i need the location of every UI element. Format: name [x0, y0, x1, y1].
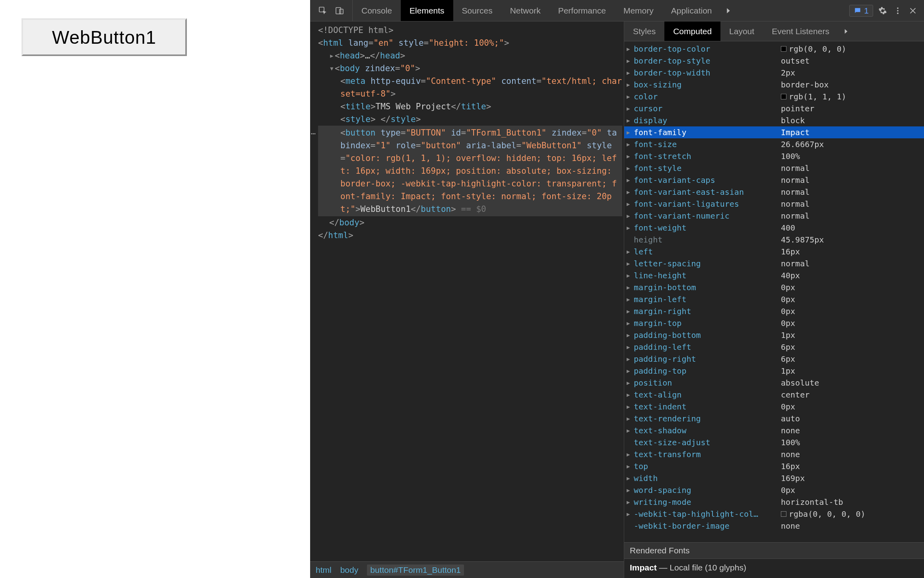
computed-row[interactable]: ▶left16px [624, 246, 924, 258]
computed-row[interactable]: ▶box-sizingborder-box [624, 79, 924, 91]
computed-prop-name: left [634, 246, 781, 258]
side-tab-event-listeners[interactable]: Event Listeners [763, 21, 838, 41]
computed-row[interactable]: ▶top16px [624, 460, 924, 472]
computed-prop-value: 100% [781, 150, 800, 162]
computed-prop-name: word-spacing [634, 484, 781, 496]
computed-row[interactable]: ▶cursorpointer [624, 103, 924, 114]
computed-prop-value: absolute [781, 377, 819, 389]
computed-row[interactable]: ▶text-indent0px [624, 401, 924, 413]
close-devtools-icon[interactable] [907, 5, 918, 16]
computed-row[interactable]: ▶font-stylenormal [624, 162, 924, 174]
computed-row[interactable]: ▶margin-bottom0px [624, 281, 924, 293]
computed-prop-value: 40px [781, 270, 800, 281]
computed-row[interactable]: ▶text-renderingauto [624, 413, 924, 425]
computed-prop-value: Impact [781, 126, 809, 138]
computed-row[interactable]: ▶displayblock [624, 114, 924, 126]
breadcrumb-item[interactable]: html [316, 565, 332, 575]
computed-row[interactable]: ▶height45.9875px [624, 234, 924, 246]
breadcrumb-item[interactable]: button#TForm1_Button1 [367, 564, 464, 576]
computed-row[interactable]: ▶text-aligncenter [624, 389, 924, 401]
inspect-element-icon[interactable] [317, 5, 328, 16]
computed-prop-value: 0px [781, 484, 795, 496]
more-tabs-icon[interactable] [723, 5, 734, 16]
computed-row[interactable]: ▶text-shadownone [624, 425, 924, 436]
computed-prop-value: pointer [781, 103, 814, 114]
computed-prop-value: 100% [781, 436, 800, 448]
computed-row[interactable]: ▶font-variant-numericnormal [624, 210, 924, 222]
computed-prop-value: 1px [781, 365, 795, 377]
tab-elements[interactable]: Elements [401, 0, 453, 21]
side-tab-layout[interactable]: Layout [720, 21, 763, 41]
dom-tree[interactable]: <!DOCTYPE html><html lang="en" style="he… [310, 21, 624, 561]
computed-row[interactable]: ▶font-variant-capsnormal [624, 174, 924, 186]
side-tab-computed[interactable]: Computed [664, 21, 720, 41]
computed-prop-value: normal [781, 258, 809, 270]
computed-row[interactable]: ▶margin-left0px [624, 293, 924, 305]
computed-prop-value: 0px [781, 401, 795, 413]
computed-row[interactable]: ▶positionabsolute [624, 377, 924, 389]
elements-breadcrumb[interactable]: htmlbodybutton#TForm1_Button1 [310, 561, 624, 578]
computed-prop-value: 2px [781, 67, 795, 79]
computed-prop-value: center [781, 389, 809, 401]
tab-network[interactable]: Network [501, 0, 549, 21]
computed-prop-name: margin-top [634, 317, 781, 329]
computed-prop-value: none [781, 520, 800, 532]
computed-row[interactable]: ▶font-size26.6667px [624, 138, 924, 150]
computed-prop-name: line-height [634, 270, 781, 281]
computed-row[interactable]: ▶padding-left6px [624, 341, 924, 353]
styles-side-panel: StylesComputedLayoutEvent Listeners ▶bor… [624, 21, 924, 578]
computed-row[interactable]: ▶padding-top1px [624, 365, 924, 377]
computed-row[interactable]: ▶-webkit-border-imagenone [624, 520, 924, 532]
svg-point-4 [897, 10, 899, 12]
computed-row[interactable]: ▶text-transformnone [624, 448, 924, 460]
computed-prop-name: margin-left [634, 293, 781, 305]
computed-prop-value: 16px [781, 246, 800, 258]
computed-row[interactable]: ▶font-weight400 [624, 222, 924, 234]
computed-row[interactable]: ▶padding-bottom1px [624, 329, 924, 341]
computed-prop-name: font-variant-east-asian [634, 186, 781, 198]
device-toggle-icon[interactable] [334, 5, 345, 16]
tab-memory[interactable]: Memory [615, 0, 662, 21]
computed-prop-value: 0px [781, 293, 795, 305]
web-button-1[interactable]: WebButton1 [21, 18, 187, 56]
side-more-tabs-icon[interactable] [841, 26, 852, 37]
computed-row[interactable]: ▶border-top-styleoutset [624, 55, 924, 67]
tab-performance[interactable]: Performance [549, 0, 615, 21]
computed-row[interactable]: ▶border-top-colorrgb(0, 0, 0) [624, 43, 924, 55]
computed-row[interactable]: ▶margin-right0px [624, 305, 924, 317]
tab-application[interactable]: Application [662, 0, 721, 21]
computed-row[interactable]: ▶margin-top0px [624, 317, 924, 329]
computed-prop-value: normal [781, 198, 809, 210]
computed-row[interactable]: ▶border-top-width2px [624, 67, 924, 79]
computed-prop-name: padding-left [634, 341, 781, 353]
computed-row[interactable]: ▶writing-modehorizontal-tb [624, 496, 924, 508]
color-swatch [781, 511, 786, 517]
selected-dom-node[interactable]: <button type="BUTTON" id="TForm1_Button1… [318, 126, 622, 216]
computed-row[interactable]: ▶colorrgb(1, 1, 1) [624, 91, 924, 103]
computed-prop-value: horizontal-tb [781, 496, 843, 508]
computed-row[interactable]: ▶width169px [624, 472, 924, 484]
computed-row[interactable]: ▶letter-spacingnormal [624, 258, 924, 270]
computed-row[interactable]: ▶text-size-adjust100% [624, 436, 924, 448]
computed-row[interactable]: ▶font-variant-ligaturesnormal [624, 198, 924, 210]
computed-row[interactable]: ▶font-variant-east-asiannormal [624, 186, 924, 198]
computed-row[interactable]: ▶line-height40px [624, 270, 924, 281]
computed-prop-name: top [634, 460, 781, 472]
computed-prop-name: margin-bottom [634, 281, 781, 293]
computed-styles-list[interactable]: ▶border-top-colorrgb(0, 0, 0)▶border-top… [624, 41, 924, 542]
side-tab-styles[interactable]: Styles [624, 21, 664, 41]
tab-console[interactable]: Console [353, 0, 401, 21]
computed-row[interactable]: ▶word-spacing0px [624, 484, 924, 496]
tab-sources[interactable]: Sources [453, 0, 501, 21]
rendered-font-detail: — Local file (10 glyphs) [659, 563, 746, 572]
computed-row[interactable]: ▶padding-right6px [624, 353, 924, 365]
computed-prop-name: padding-bottom [634, 329, 781, 341]
issues-badge[interactable]: 1 [849, 5, 873, 17]
settings-icon[interactable] [877, 5, 888, 16]
computed-row[interactable]: ▶-webkit-tap-highlight-col…rgba(0, 0, 0,… [624, 508, 924, 520]
computed-row[interactable]: ▶font-stretch100% [624, 150, 924, 162]
computed-row[interactable]: ▶font-familyImpact [624, 126, 924, 138]
svg-rect-1 [336, 8, 341, 14]
kebab-menu-icon[interactable] [892, 5, 903, 16]
breadcrumb-item[interactable]: body [340, 565, 359, 575]
